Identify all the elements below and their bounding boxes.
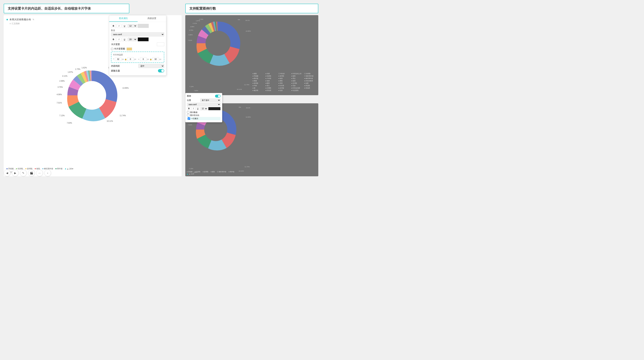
lg-24: ● 足球鞋: [291, 82, 303, 84]
chart-card-1: 0% 18.1% 13.95% 11.74% 10.11% 7.83% 7.13…: [185, 15, 318, 95]
popup-color-box[interactable]: [208, 107, 220, 110]
lg-25: ● 短裤: [304, 82, 316, 84]
position-select[interactable]: 靠下居中 靠上居中 左侧 右侧: [200, 99, 220, 102]
follow-theme-toggle[interactable]: [158, 69, 164, 73]
padding-top-input[interactable]: [115, 57, 121, 61]
back-btn[interactable]: ‹: [44, 170, 51, 176]
rc2-lg-6: ● 两件套: [228, 171, 234, 173]
bold-btn-1[interactable]: B: [111, 24, 116, 28]
svg-point-0: [78, 81, 106, 110]
prev-btn[interactable]: ◀: [4, 170, 10, 176]
rc1-label-713: 7.13%: [189, 86, 194, 87]
left-title: 支持设置卡片的内边距、自适应步长、自动缩放卡片字体: [4, 4, 129, 13]
lg-26: ● 中裤: [252, 85, 264, 87]
label-13pct: 13.95%: [122, 87, 129, 89]
show-percent-checkbox[interactable]: [187, 114, 189, 116]
italic-btn-2[interactable]: I: [116, 37, 121, 41]
content-spacing-row: 内容间距 适中 紧凑 宽松: [111, 64, 164, 68]
chart-dot: [6, 19, 8, 20]
show-percent-label: 显示百分比: [190, 114, 199, 117]
font-size-select-1[interactable]: 12141620: [128, 24, 137, 28]
chart-title: 本周大区销售额分布: [10, 18, 31, 21]
bold-btn-2[interactable]: B: [111, 37, 116, 41]
padding-right-input[interactable]: [127, 57, 134, 61]
popup-size-select[interactable]: 12: [200, 107, 208, 110]
lg-19: ● 套装: [291, 80, 303, 82]
card-bg-row: 卡片背景: [111, 43, 164, 46]
padding-top-icon: ⊤: [113, 58, 114, 60]
rc2-lg-4: ● 板鞋: [210, 171, 215, 173]
padding-left-unit: px: [160, 58, 162, 60]
tab-chart-properties[interactable]: 图表属性: [109, 15, 138, 22]
rc2-legend-bottom: ● 羽绒服 ● 综训鞋 ● 篮球鞋 ● 板鞋 ◎ 梭织薄外套 ● 两件套 ▲ 2…: [185, 171, 318, 175]
lg-30: ● 舒适鞋: [304, 85, 316, 87]
legend-popup-toggle[interactable]: [215, 95, 220, 98]
tab-advanced[interactable]: 高级设置: [138, 15, 166, 22]
edit-icon[interactable]: ✎: [32, 18, 34, 21]
underline-btn-2[interactable]: U: [122, 37, 127, 41]
lg-10: ◎ 梭织薄外套: [304, 75, 316, 77]
padding-bottom-input[interactable]: [140, 57, 146, 61]
lg-13: ● 袜类: [278, 78, 290, 80]
popup-show-value: 显示数值: [187, 111, 220, 114]
lg-3: ◎ 考头衫: [278, 73, 290, 75]
legend-label-6: 两件套: [57, 167, 63, 170]
card-bg-img-checkbox[interactable]: [111, 48, 113, 50]
lg-14: ● 男女: [291, 78, 303, 80]
play-icon: ▶: [14, 172, 16, 174]
lg-9: ● 板鞋: [291, 75, 303, 77]
rc1-label-18: 18.1%: [245, 20, 250, 21]
italic-btn-1[interactable]: I: [116, 24, 121, 28]
show-value-label: 显示数值: [190, 111, 198, 114]
video-btn[interactable]: 🎬: [28, 170, 35, 176]
color-box-2[interactable]: [138, 37, 149, 41]
legend-popup-position: 位置 靠下居中 靠上居中 左侧 右侧: [187, 99, 220, 102]
label-375: 3.75%: [58, 86, 63, 88]
show-value-checkbox[interactable]: [187, 111, 189, 114]
lg-4: ● 针织运动上衣: [291, 73, 303, 75]
card-bg-box[interactable]: [157, 43, 164, 46]
lg-18: ● 裤鞋: [278, 80, 290, 82]
rc1-label-375: 3.75%: [189, 29, 193, 31]
lg-16: ● 裤服: [252, 80, 264, 82]
padding-left-input[interactable]: [152, 57, 159, 61]
rc1-label-11: 11.74%: [244, 84, 249, 86]
color-box-1[interactable]: [138, 24, 149, 28]
font-select[interactable]: sans-serif serif: [111, 32, 164, 37]
one-row-checkbox[interactable]: [188, 117, 190, 120]
rc2-label-13: 13.95%: [246, 116, 251, 118]
rc2-label-11: 11.74%: [244, 166, 250, 168]
legend-popup-title: 图例: [187, 95, 191, 97]
lg-37: ● 护具类: [266, 90, 277, 92]
lg-12: ● 户外鞋: [266, 78, 277, 80]
popup-bold-btn[interactable]: B: [187, 107, 191, 110]
play-btn[interactable]: ▶: [12, 170, 18, 176]
card-bg-label: 卡片背景: [111, 43, 120, 46]
edit-btn[interactable]: ✎: [20, 170, 26, 176]
font-size-select-2[interactable]: 20121416: [128, 38, 137, 41]
popup-fmt-row: B I U 12: [187, 107, 220, 110]
more-btn[interactable]: ···: [36, 170, 43, 176]
lg-20: ● 内衣内裤类: [304, 80, 316, 82]
popup-underline-btn[interactable]: U: [196, 107, 200, 110]
lg-11: ● 两件套: [252, 78, 264, 80]
popup-show-percent: 显示百分比: [187, 114, 220, 117]
back-icon: ‹: [47, 172, 48, 174]
lg-21: ● 篮球套: [252, 82, 264, 84]
rc2-lg-2: ● 综训鞋: [195, 171, 200, 173]
popup-italic-btn[interactable]: I: [192, 107, 195, 110]
content-spacing-label: 内容间距: [111, 65, 120, 68]
lock-icon-1: 🔒: [124, 58, 127, 60]
prev-icon: ◀: [6, 172, 8, 174]
bg-img-preview: [126, 48, 132, 51]
lg-29: ● 毛衫: [291, 85, 303, 87]
left-panel: 支持设置卡片的内边距、自适应步长、自动缩放卡片字体 本周大区销售额分布 ✎ ⊙ …: [4, 4, 182, 176]
popup-one-row: 一行展示: [187, 117, 220, 120]
main-container: 支持设置卡片的内边距、自适应步长、自动缩放卡片字体 本周大区销售额分布 ✎ ⊙ …: [0, 0, 322, 180]
rc2-label-0: 0%: [239, 106, 241, 108]
spacing-select[interactable]: 适中 紧凑 宽松: [138, 64, 164, 68]
underline-btn-1[interactable]: U: [122, 24, 127, 28]
popup-font-select[interactable]: sans-serif: [187, 103, 220, 106]
lg-34: ● 针织运动裤: [291, 87, 303, 89]
lg-39: ● 礼品套装: [291, 90, 303, 92]
